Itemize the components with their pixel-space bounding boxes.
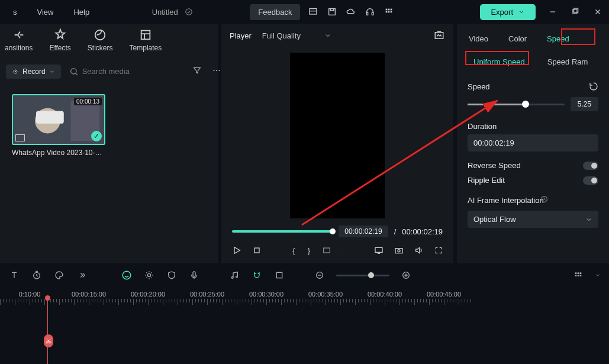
svg-point-32 — [231, 277, 233, 279]
duration-input[interactable]: 00:00:02:19 — [468, 134, 598, 152]
speed-subtabs: Uniform Speed Speed Ram — [457, 47, 609, 69]
layout-icon[interactable] — [307, 6, 319, 18]
svg-rect-9 — [388, 11, 390, 13]
ripple-toggle[interactable] — [583, 176, 598, 185]
speed-value[interactable]: 5.25 — [571, 97, 598, 111]
ruler-mark: 00:00:45:00 — [414, 291, 473, 298]
record-button[interactable]: Record — [6, 65, 61, 79]
mic-icon[interactable] — [188, 269, 200, 281]
svg-point-20 — [218, 70, 220, 71]
timer-icon[interactable] — [31, 269, 43, 281]
reset-icon[interactable] — [589, 82, 598, 91]
progress-slider[interactable] — [232, 230, 333, 233]
tab-effects[interactable]: Effects — [49, 28, 70, 52]
menu-view[interactable]: View — [30, 5, 61, 19]
search-input[interactable] — [82, 67, 182, 76]
ai-interp-select[interactable]: Optical Flow — [468, 211, 598, 228]
ripple-label: Ripple Edit — [468, 176, 505, 185]
svg-rect-41 — [578, 275, 579, 276]
volume-icon[interactable] — [414, 244, 424, 256]
display-icon[interactable] — [374, 244, 384, 256]
prop-tabs: Video Color Speed — [457, 24, 609, 47]
chevron-down-icon[interactable] — [342, 247, 344, 253]
svg-rect-23 — [323, 248, 330, 253]
tab-video[interactable]: Video — [468, 31, 489, 47]
fullscreen-icon[interactable] — [434, 244, 443, 256]
text-tool-icon[interactable] — [8, 269, 20, 281]
svg-point-18 — [213, 70, 214, 71]
minimize-button[interactable] — [547, 7, 558, 17]
export-button[interactable]: Export — [480, 4, 536, 20]
subtab-uniform[interactable]: Uniform Speed — [468, 55, 531, 69]
search-box[interactable] — [66, 65, 185, 79]
tab-transitions[interactable]: ansitions — [5, 28, 33, 52]
svg-rect-22 — [254, 248, 259, 253]
reverse-toggle[interactable] — [583, 162, 598, 170]
mark-out-icon[interactable]: } — [307, 244, 311, 256]
ai-interp-label: AI Frame Interpolation — [468, 196, 544, 205]
time-current: 00:00:02:19 — [339, 226, 388, 237]
ruler-mark: 00:00:35:00 — [296, 291, 355, 298]
shield-icon[interactable] — [166, 269, 178, 281]
ruler-mark: 00:00:40:00 — [355, 291, 414, 298]
cut-marker-icon[interactable] — [44, 334, 53, 347]
media-clip[interactable]: 00:00:13 ✓ WhatsApp Video 2023-10-05... — [12, 94, 105, 157]
svg-rect-7 — [391, 9, 392, 11]
help-icon[interactable] — [540, 195, 548, 205]
close-button[interactable] — [592, 7, 603, 17]
tab-stickers-label: Stickers — [88, 44, 113, 52]
player-stage[interactable] — [221, 47, 453, 223]
clip-thumbnail[interactable]: 00:00:13 ✓ — [12, 94, 105, 145]
svg-point-29 — [123, 271, 131, 279]
svg-point-19 — [216, 70, 217, 71]
speed-slider[interactable] — [468, 104, 565, 105]
more-tools-icon[interactable] — [76, 269, 88, 281]
tab-templates[interactable]: Templates — [130, 28, 162, 52]
mark-in-icon[interactable]: { — [292, 244, 296, 256]
search-icon — [69, 67, 79, 76]
snapshot-icon[interactable] — [433, 30, 445, 41]
camera-icon[interactable] — [394, 244, 404, 256]
apps-icon[interactable] — [383, 6, 395, 18]
filter-icon[interactable] — [190, 63, 204, 79]
headphones-icon[interactable] — [364, 6, 376, 18]
feedback-button[interactable]: Feedback — [250, 4, 300, 20]
maximize-button[interactable] — [570, 7, 581, 17]
subtab-ramp[interactable]: Speed Ram — [542, 55, 594, 69]
menu-help[interactable]: Help — [66, 5, 96, 19]
svg-rect-14 — [141, 31, 150, 40]
zoom-out-icon[interactable] — [314, 269, 326, 281]
timeline-body[interactable] — [0, 299, 609, 364]
menu-s[interactable]: s — [6, 5, 24, 19]
tab-speed[interactable]: Speed — [546, 31, 571, 47]
ruler-mark: 00:00:20:00 — [118, 291, 178, 298]
ratio-icon[interactable] — [322, 244, 331, 256]
svg-rect-10 — [391, 11, 392, 13]
media-tabs: ansitions Effects Stickers Templates — [0, 24, 218, 59]
tab-stickers[interactable]: Stickers — [88, 28, 113, 52]
quality-value: Full Quality — [262, 31, 301, 40]
svg-point-30 — [147, 273, 150, 276]
music-icon[interactable] — [228, 269, 240, 281]
palette-icon[interactable] — [53, 269, 65, 281]
tab-color[interactable]: Color — [507, 31, 528, 47]
stop-button[interactable] — [252, 244, 262, 256]
smiley-icon[interactable] — [121, 269, 133, 281]
zoom-slider[interactable] — [336, 275, 389, 276]
playhead[interactable] — [47, 299, 48, 364]
tab-transitions-label: ansitions — [5, 44, 33, 52]
save-icon[interactable] — [326, 6, 338, 18]
crop-icon[interactable] — [273, 269, 285, 281]
view-chevron-icon[interactable] — [595, 272, 601, 278]
quality-select[interactable]: Full Quality — [262, 31, 331, 40]
zoom-in-icon[interactable] — [400, 269, 412, 281]
list-view-icon[interactable] — [572, 269, 584, 281]
play-button[interactable] — [232, 244, 241, 256]
magnet-icon[interactable] — [251, 269, 263, 281]
sun-icon[interactable] — [143, 269, 155, 281]
timeline-ruler[interactable]: 0:10:00 00:00:15:00 00:00:20:00 00:00:25… — [0, 287, 609, 298]
svg-point-13 — [95, 30, 105, 40]
player-label: Player — [230, 31, 252, 40]
svg-rect-8 — [386, 11, 388, 13]
cloud-icon[interactable] — [345, 6, 357, 18]
